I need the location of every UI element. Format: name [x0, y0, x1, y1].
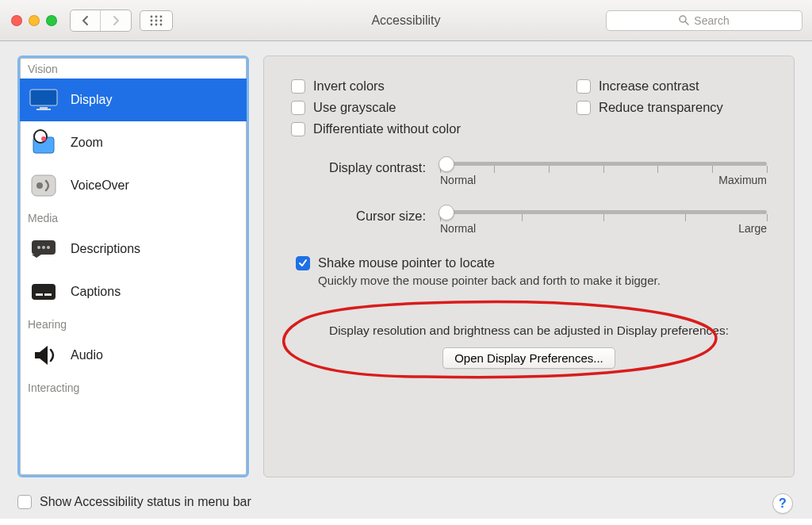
checkbox-label: Reduce transparency [599, 100, 723, 115]
slider-knob[interactable] [439, 205, 454, 220]
svg-rect-11 [30, 90, 57, 105]
slider-min-label: Normal [440, 174, 476, 186]
svg-point-8 [160, 23, 163, 25]
chevron-right-icon [112, 15, 120, 26]
grid-icon [150, 15, 163, 26]
nav-back-forward [70, 10, 132, 32]
sidebar-item-voiceover[interactable]: VoiceOver [20, 164, 247, 207]
sidebar-item-audio[interactable]: Audio [20, 334, 247, 377]
help-button[interactable]: ? [772, 493, 793, 514]
slider-knob[interactable] [439, 156, 454, 172]
checkbox-label: Shake mouse pointer to locate [318, 255, 495, 270]
checkbox-label: Show Accessibility status in menu bar [40, 495, 251, 509]
annotation-circle [258, 291, 726, 386]
increase-contrast-checkbox[interactable]: Increase contrast [576, 79, 767, 94]
minimize-window-button[interactable] [29, 15, 40, 26]
svg-point-2 [160, 15, 163, 17]
differentiate-color-checkbox[interactable]: Differentiate without color [291, 121, 576, 136]
cursor-slider-label: Cursor size: [291, 207, 426, 224]
checkbox-label: Increase contrast [599, 79, 699, 94]
forward-button[interactable] [101, 10, 131, 31]
window-titlebar: Accessibility Search [0, 0, 812, 41]
cursor-slider[interactable]: Normal Large [440, 207, 767, 235]
search-placeholder: Search [694, 14, 729, 27]
checkbox-label: Differentiate without color [313, 121, 461, 136]
use-grayscale-checkbox[interactable]: Use grayscale [291, 100, 576, 115]
sidebar-item-label: VoiceOver [71, 178, 129, 193]
contrast-slider-label: Display contrast: [291, 159, 426, 175]
svg-rect-13 [36, 109, 51, 110]
open-display-preferences-button[interactable]: Open Display Preferences... [442, 347, 615, 369]
svg-point-21 [42, 246, 45, 249]
traffic-lights [11, 15, 57, 26]
svg-point-7 [155, 23, 158, 25]
sidebar-item-captions[interactable]: Captions [20, 270, 247, 313]
zoom-window-button[interactable] [46, 15, 57, 26]
voiceover-icon [28, 171, 59, 201]
window-footer: Show Accessibility status in menu bar ? [0, 485, 812, 519]
svg-point-16 [41, 136, 46, 141]
check-icon [298, 259, 308, 268]
sidebar-item-label: Display [71, 93, 112, 107]
svg-point-0 [151, 15, 153, 17]
section-hearing: Hearing [20, 313, 247, 334]
checkbox-label: Invert colors [313, 79, 385, 94]
sidebar-item-zoom[interactable]: Zoom [20, 121, 247, 164]
sidebar-item-label: Descriptions [71, 242, 140, 256]
shake-to-locate-checkbox[interactable]: Shake mouse pointer to locate [296, 255, 767, 270]
close-window-button[interactable] [11, 15, 22, 26]
svg-point-22 [47, 246, 50, 249]
invert-colors-checkbox[interactable]: Invert colors [291, 79, 576, 94]
section-vision: Vision [20, 58, 247, 79]
display-prefs-note: Display resolution and brightness can be… [291, 324, 767, 338]
svg-point-18 [36, 182, 43, 189]
svg-line-10 [685, 21, 688, 25]
show-all-button[interactable] [140, 10, 173, 31]
section-interacting: Interacting [20, 377, 247, 397]
section-media: Media [20, 207, 247, 228]
svg-rect-12 [40, 107, 48, 109]
checkbox-label: Use grayscale [313, 100, 396, 115]
zoom-icon [28, 128, 59, 158]
sidebar-item-label: Zoom [71, 136, 103, 150]
audio-icon [28, 340, 59, 370]
sidebar-item-label: Captions [71, 285, 121, 299]
slider-max-label: Maximum [718, 174, 767, 186]
svg-point-20 [37, 246, 40, 249]
search-input[interactable]: Search [606, 10, 802, 31]
slider-max-label: Large [738, 222, 767, 235]
captions-icon [28, 277, 59, 307]
descriptions-icon [28, 234, 59, 264]
show-status-menubar-checkbox[interactable]: Show Accessibility status in menu bar [17, 495, 251, 509]
shake-description: Quickly move the mouse pointer back and … [318, 274, 767, 287]
display-settings-panel: Invert colors Increase contrast Use gray… [263, 56, 795, 477]
display-icon [28, 85, 59, 115]
search-icon [679, 15, 689, 25]
chevron-left-icon [82, 15, 90, 26]
reduce-transparency-checkbox[interactable]: Reduce transparency [576, 100, 767, 115]
svg-rect-24 [36, 293, 43, 296]
svg-point-15 [34, 130, 47, 143]
svg-rect-17 [32, 175, 56, 196]
svg-point-3 [151, 19, 153, 21]
svg-point-1 [155, 15, 158, 17]
svg-point-4 [155, 19, 158, 21]
svg-rect-25 [44, 293, 52, 296]
category-sidebar: Vision Display Zoom VoiceOver Med [17, 56, 249, 477]
slider-min-label: Normal [440, 222, 476, 235]
back-button[interactable] [71, 10, 101, 31]
sidebar-item-descriptions[interactable]: Descriptions [20, 228, 247, 270]
svg-point-6 [151, 23, 153, 25]
contrast-slider[interactable]: Normal Maximum [440, 159, 767, 186]
svg-point-5 [160, 19, 163, 21]
sidebar-item-display[interactable]: Display [20, 79, 247, 121]
svg-rect-23 [32, 284, 56, 300]
sidebar-item-label: Audio [71, 348, 103, 362]
